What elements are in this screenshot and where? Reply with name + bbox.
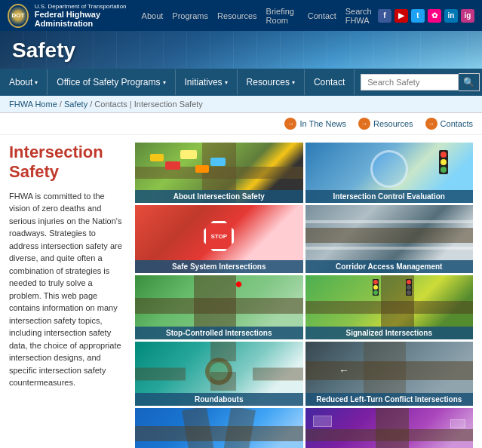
breadcrumb-current: Contacts | Intersection Safety: [94, 100, 202, 109]
nav-about-arrow: ▾: [35, 79, 38, 86]
nav-resources[interactable]: Resources ▾: [238, 69, 305, 95]
search-area: 🔍: [355, 69, 482, 96]
breadcrumb-home[interactable]: FHWA Home: [9, 100, 57, 109]
nav-contact[interactable]: Contact: [305, 69, 355, 95]
breadcrumb: FHWA Home / Safety / Contacts | Intersec…: [0, 96, 482, 113]
top-nav-search[interactable]: Search FHWA: [345, 7, 378, 25]
gov-bar: DOT U.S. Department of Transportation Fe…: [0, 0, 482, 31]
caption-safe: Safe System Intersections: [135, 260, 303, 273]
nav-about[interactable]: About ▾: [0, 69, 48, 95]
top-nav-resources[interactable]: Resources: [217, 11, 257, 20]
instagram-icon[interactable]: ig: [461, 9, 474, 23]
grid-item-about[interactable]: About Intersection Safety: [135, 143, 303, 203]
news-arrow-icon: →: [284, 118, 296, 130]
nav-office[interactable]: Office of Safety Programs ▾: [48, 69, 175, 95]
search-button[interactable]: 🔍: [459, 73, 480, 91]
sidebar-body: FHWA is committed to the vision of zero …: [9, 190, 126, 389]
contacts-arrow-icon: →: [425, 118, 437, 130]
nav-initiatives[interactable]: Initiatives ▾: [176, 69, 238, 95]
dept-label: U.S. Department of Transportation: [35, 3, 142, 10]
agency-label: Federal Highway Administration: [35, 10, 142, 28]
image-grid: About Intersection Safety Intersection C…: [135, 143, 473, 448]
quick-link-resources[interactable]: → Resources: [358, 118, 413, 130]
sidebar-title: Intersection Safety: [9, 143, 126, 183]
gov-bar-left: DOT U.S. Department of Transportation Fe…: [8, 3, 142, 28]
top-nav-contact[interactable]: Contact: [308, 11, 336, 20]
grid-item-corridor[interactable]: Corridor Access Management: [305, 205, 474, 273]
twitter-icon[interactable]: t: [411, 9, 425, 23]
flickr-icon[interactable]: ✿: [428, 9, 441, 23]
caption-corridor: Corridor Access Management: [305, 260, 474, 273]
grid-item-crossover[interactable]: Crossover Intersections: [135, 408, 303, 448]
grid-item-safe[interactable]: STOP Safe System Intersections: [135, 205, 303, 273]
nav-initiatives-arrow: ▾: [225, 79, 228, 86]
grid-item-roundabout[interactable]: Roundabouts: [135, 342, 303, 406]
linkedin-icon[interactable]: in: [444, 9, 458, 23]
hero-header: Safety: [0, 31, 482, 69]
quick-links: → In The News → Resources → Contacts: [0, 113, 482, 135]
main-content: Intersection Safety FHWA is committed to…: [0, 135, 482, 448]
quick-link-news[interactable]: → In The News: [284, 118, 346, 130]
grid-item-stop[interactable]: Stop-Controlled Intersections: [135, 275, 303, 339]
youtube-icon[interactable]: ▶: [395, 9, 408, 23]
top-nav-programs[interactable]: Programs: [172, 11, 208, 20]
caption-about: About Intersection Safety: [135, 190, 303, 203]
top-nav-about[interactable]: About: [142, 11, 164, 20]
top-nav: About Programs Resources Briefing Room C…: [142, 7, 378, 25]
grid-item-control[interactable]: Intersection Control Evaluation: [305, 143, 474, 203]
agency-title: U.S. Department of Transportation Federa…: [35, 3, 142, 28]
caption-lefturn: Reduced Left-Turn Conflict Intersections: [305, 393, 474, 406]
nav-office-arrow: ▾: [163, 79, 166, 86]
hero-title: Safety: [12, 38, 75, 62]
caption-signalized: Signalized Intersections: [305, 327, 474, 339]
resources-arrow-icon: →: [358, 118, 370, 130]
facebook-icon[interactable]: f: [378, 9, 391, 23]
grid-item-lefturn[interactable]: ← Reduced Left-Turn Conflict Intersectio…: [305, 342, 474, 406]
caption-roundabout: Roundabouts: [135, 393, 303, 406]
caption-control: Intersection Control Evaluation: [305, 190, 474, 203]
caption-stop: Stop-Controlled Intersections: [135, 327, 303, 339]
main-nav: About ▾ Office of Safety Programs ▾ Init…: [0, 69, 482, 96]
top-nav-briefing[interactable]: Briefing Room: [266, 7, 299, 25]
nav-resources-arrow: ▾: [292, 79, 295, 86]
dot-seal: DOT: [8, 4, 29, 28]
search-input[interactable]: [361, 74, 459, 91]
grid-item-signalized[interactable]: Signalized Intersections: [305, 275, 474, 339]
sidebar: Intersection Safety FHWA is committed to…: [9, 143, 126, 448]
social-icons: f ▶ t ✿ in ig: [378, 9, 474, 23]
quick-link-contacts[interactable]: → Contacts: [425, 118, 473, 130]
breadcrumb-safety[interactable]: Safety: [64, 100, 87, 109]
grid-item-other[interactable]: Other Intersection Designs: [305, 408, 474, 448]
